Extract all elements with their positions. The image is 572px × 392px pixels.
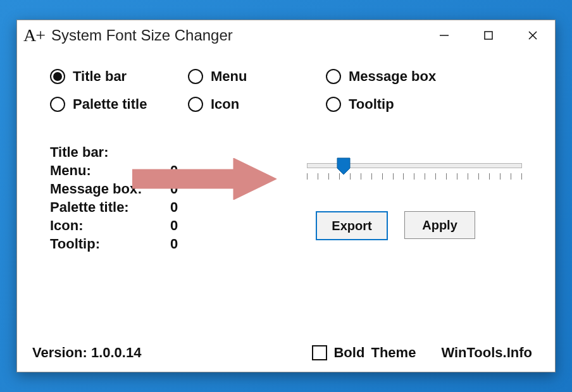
close-button[interactable] bbox=[511, 20, 555, 51]
window-title: System Font Size Changer bbox=[51, 27, 233, 44]
apply-button[interactable]: Apply bbox=[404, 211, 475, 239]
value-icon: 0 bbox=[170, 217, 202, 234]
font-area-radio-group: Title bar Menu Message box Palette title… bbox=[50, 68, 530, 113]
svg-rect-1 bbox=[485, 32, 492, 39]
value-label-icon: Icon: bbox=[50, 217, 170, 234]
checkbox-label: Bold bbox=[333, 345, 364, 361]
site-link[interactable]: WinTools.Info bbox=[441, 345, 532, 361]
size-slider[interactable] bbox=[307, 157, 522, 186]
titlebar: A+ System Font Size Changer bbox=[17, 20, 555, 51]
radio-menu[interactable]: Menu bbox=[188, 68, 326, 85]
value-label-title-bar: Title bar: bbox=[50, 144, 170, 161]
window-controls bbox=[422, 20, 555, 51]
value-title-bar bbox=[170, 144, 202, 161]
value-label-message-box: Message box: bbox=[50, 181, 170, 197]
value-tooltip: 0 bbox=[170, 236, 202, 252]
radio-label: Palette title bbox=[73, 96, 147, 113]
value-label-palette: Palette title: bbox=[50, 199, 170, 216]
maximize-button[interactable] bbox=[466, 20, 511, 51]
radio-icon bbox=[50, 97, 65, 112]
app-icon: A+ bbox=[23, 25, 45, 46]
radio-label: Icon bbox=[211, 96, 239, 113]
button-label: Export bbox=[332, 219, 371, 233]
radio-message-box[interactable]: Message box bbox=[326, 68, 530, 85]
content-area: Title bar Menu Message box Palette title… bbox=[17, 51, 555, 340]
radio-title-bar[interactable]: Title bar bbox=[50, 68, 188, 85]
value-label-menu: Menu: bbox=[50, 162, 170, 179]
value-message-box: 0 bbox=[170, 181, 202, 197]
checkbox-icon bbox=[312, 345, 327, 360]
radio-icon bbox=[188, 97, 203, 112]
button-row: Export Apply bbox=[307, 211, 522, 240]
minimize-button[interactable] bbox=[422, 20, 466, 51]
right-panel: Export Apply bbox=[307, 157, 522, 240]
radio-tooltip[interactable]: Tooltip bbox=[326, 96, 530, 113]
radio-icon bbox=[188, 69, 203, 84]
theme-link[interactable]: Theme bbox=[371, 345, 416, 361]
radio-icon bbox=[326, 69, 341, 84]
app-window: A+ System Font Size Changer Title bar Me… bbox=[16, 20, 556, 372]
value-label-tooltip: Tooltip: bbox=[50, 236, 170, 252]
footer: Version: 1.0.0.14 Bold Theme WinTools.In… bbox=[17, 340, 555, 372]
radio-icon-text[interactable]: Icon bbox=[188, 96, 326, 113]
radio-label: Message box bbox=[349, 68, 436, 85]
export-button[interactable]: Export bbox=[316, 211, 388, 240]
radio-icon bbox=[50, 69, 65, 84]
radio-palette-title[interactable]: Palette title bbox=[50, 96, 188, 113]
radio-icon bbox=[326, 97, 341, 112]
button-label: Apply bbox=[422, 218, 457, 233]
version-label: Version: 1.0.0.14 bbox=[32, 345, 141, 361]
radio-label: Menu bbox=[211, 68, 247, 85]
bold-checkbox[interactable]: Bold bbox=[312, 345, 364, 361]
value-palette: 0 bbox=[170, 199, 202, 216]
radio-label: Title bar bbox=[73, 68, 127, 85]
slider-thumb[interactable] bbox=[336, 157, 351, 176]
radio-label: Tooltip bbox=[349, 96, 394, 113]
value-menu: 0 bbox=[170, 162, 202, 179]
